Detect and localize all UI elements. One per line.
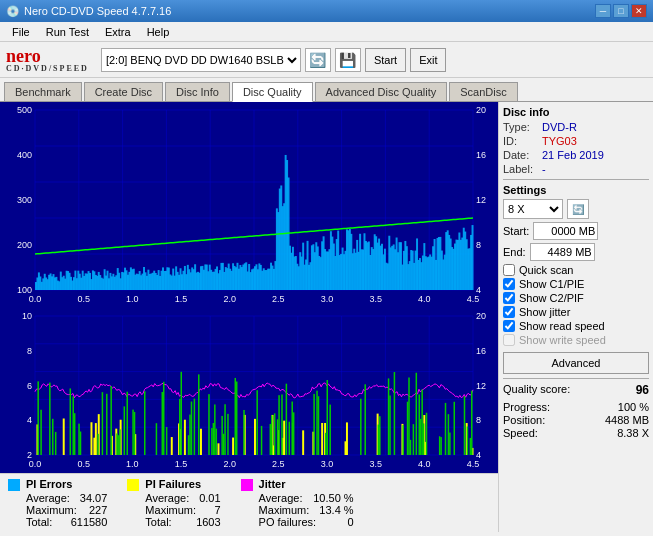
show-read-speed-checkbox[interactable] xyxy=(503,320,515,332)
title-text: Nero CD-DVD Speed 4.7.7.16 xyxy=(24,5,171,17)
pi-failures-total-value: 1603 xyxy=(196,516,220,528)
end-mb-row: End: xyxy=(503,243,649,261)
close-button[interactable]: ✕ xyxy=(631,4,647,18)
maximize-button[interactable]: □ xyxy=(613,4,629,18)
minimize-button[interactable]: ─ xyxy=(595,4,611,18)
jitter-max-value: 13.4 % xyxy=(319,504,353,516)
progress-section: Progress: 100 % Position: 4488 MB Speed:… xyxy=(503,401,649,439)
pi-errors-stats: PI Errors Average: 34.07 Maximum: 227 To… xyxy=(8,478,107,528)
jitter-po-label: PO failures: xyxy=(259,516,316,528)
show-jitter-row: Show jitter xyxy=(503,306,649,318)
divider-2 xyxy=(503,378,649,379)
pi-failures-max-value: 7 xyxy=(214,504,220,516)
position-label: Position: xyxy=(503,414,545,426)
end-label: End: xyxy=(503,246,526,258)
start-input[interactable] xyxy=(533,222,598,240)
speed-row: 8 X 🔄 xyxy=(503,199,649,219)
disc-type-label: Type: xyxy=(503,121,538,133)
position-value: 4488 MB xyxy=(605,414,649,426)
menu-file[interactable]: File xyxy=(4,24,38,40)
show-jitter-label: Show jitter xyxy=(519,306,570,318)
show-jitter-checkbox[interactable] xyxy=(503,306,515,318)
show-c1pie-row: Show C1/PIE xyxy=(503,278,649,290)
pi-errors-max-label: Maximum: xyxy=(26,504,77,516)
tab-disc-quality[interactable]: Disc Quality xyxy=(232,82,313,102)
pi-errors-avg-label: Average: xyxy=(26,492,70,504)
jitter-stats: Jitter Average: 10.50 % Maximum: 13.4 % … xyxy=(241,478,354,528)
jitter-avg-value: 10.50 % xyxy=(313,492,353,504)
tab-disc-info[interactable]: Disc Info xyxy=(165,82,230,101)
settings-title: Settings xyxy=(503,184,649,196)
advanced-button[interactable]: Advanced xyxy=(503,352,649,374)
menu-run-test[interactable]: Run Test xyxy=(38,24,97,40)
pi-failures-stats: PI Failures Average: 0.01 Maximum: 7 Tot… xyxy=(127,478,220,528)
start-mb-row: Start: xyxy=(503,222,649,240)
quick-scan-label: Quick scan xyxy=(519,264,573,276)
show-write-speed-checkbox[interactable] xyxy=(503,334,515,346)
end-input[interactable] xyxy=(530,243,595,261)
start-button[interactable]: Start xyxy=(365,48,406,72)
show-c2pif-row: Show C2/PIF xyxy=(503,292,649,304)
tab-benchmark[interactable]: Benchmark xyxy=(4,82,82,101)
menu-extra[interactable]: Extra xyxy=(97,24,139,40)
pi-failures-avg-value: 0.01 xyxy=(199,492,220,504)
tab-scan-disc[interactable]: ScanDisc xyxy=(449,82,517,101)
show-c2pif-checkbox[interactable] xyxy=(503,292,515,304)
show-write-speed-label: Show write speed xyxy=(519,334,606,346)
tab-create-disc[interactable]: Create Disc xyxy=(84,82,163,101)
speed-value: 8.38 X xyxy=(617,427,649,439)
save-button[interactable]: 💾 xyxy=(335,48,361,72)
speed-refresh-button[interactable]: 🔄 xyxy=(567,199,589,219)
jitter-label: Jitter xyxy=(259,478,354,490)
title-bar-title: 💿 Nero CD-DVD Speed 4.7.7.16 xyxy=(6,5,171,18)
speed-selector[interactable]: 8 X xyxy=(503,199,563,219)
pi-errors-total-label: Total: xyxy=(26,516,52,528)
tab-bar: Benchmark Create Disc Disc Info Disc Qua… xyxy=(0,78,653,102)
app-icon: 💿 xyxy=(6,5,20,18)
jitter-max-label: Maximum: xyxy=(259,504,310,516)
disc-id-label: ID: xyxy=(503,135,538,147)
progress-row: Progress: 100 % xyxy=(503,401,649,413)
exit-button[interactable]: Exit xyxy=(410,48,446,72)
disc-date-row: Date: 21 Feb 2019 xyxy=(503,149,649,161)
show-write-speed-row: Show write speed xyxy=(503,334,649,346)
quality-score-value: 96 xyxy=(636,383,649,397)
refresh-button[interactable]: 🔄 xyxy=(305,48,331,72)
quality-score-label: Quality score: xyxy=(503,383,570,397)
disc-date-value: 21 Feb 2019 xyxy=(542,149,604,161)
disc-id-row: ID: TYG03 xyxy=(503,135,649,147)
title-bar: 💿 Nero CD-DVD Speed 4.7.7.16 ─ □ ✕ xyxy=(0,0,653,22)
drive-selector[interactable]: [2:0] BENQ DVD DD DW1640 BSLB xyxy=(101,48,301,72)
quick-scan-checkbox[interactable] xyxy=(503,264,515,276)
pi-errors-label: PI Errors xyxy=(26,478,107,490)
disc-label-row: Label: - xyxy=(503,163,649,175)
divider-1 xyxy=(503,179,649,180)
jitter-avg-label: Average: xyxy=(259,492,303,504)
progress-value: 100 % xyxy=(618,401,649,413)
main-content: PI Errors Average: 34.07 Maximum: 227 To… xyxy=(0,102,653,532)
show-c1pie-checkbox[interactable] xyxy=(503,278,515,290)
disc-type-row: Type: DVD-R xyxy=(503,121,649,133)
disc-label-label: Label: xyxy=(503,163,538,175)
pi-errors-max-value: 227 xyxy=(89,504,107,516)
disc-label-value: - xyxy=(542,163,546,175)
menu-help[interactable]: Help xyxy=(139,24,178,40)
top-chart xyxy=(0,102,498,308)
start-label: Start: xyxy=(503,225,529,237)
show-read-speed-label: Show read speed xyxy=(519,320,605,332)
quick-scan-row: Quick scan xyxy=(503,264,649,276)
pi-failures-avg-label: Average: xyxy=(145,492,189,504)
right-panel: Disc info Type: DVD-R ID: TYG03 Date: 21… xyxy=(498,102,653,532)
show-c1pie-label: Show C1/PIE xyxy=(519,278,584,290)
pi-errors-total-value: 611580 xyxy=(71,516,108,528)
pi-failures-label: PI Failures xyxy=(145,478,220,490)
disc-type-value: DVD-R xyxy=(542,121,577,133)
quality-score-row: Quality score: 96 xyxy=(503,383,649,397)
show-read-speed-row: Show read speed xyxy=(503,320,649,332)
jitter-po-value: 0 xyxy=(347,516,353,528)
disc-date-label: Date: xyxy=(503,149,538,161)
title-bar-controls: ─ □ ✕ xyxy=(595,4,647,18)
tab-advanced-disc-quality[interactable]: Advanced Disc Quality xyxy=(315,82,448,101)
jitter-color xyxy=(241,479,253,491)
pi-failures-max-label: Maximum: xyxy=(145,504,196,516)
